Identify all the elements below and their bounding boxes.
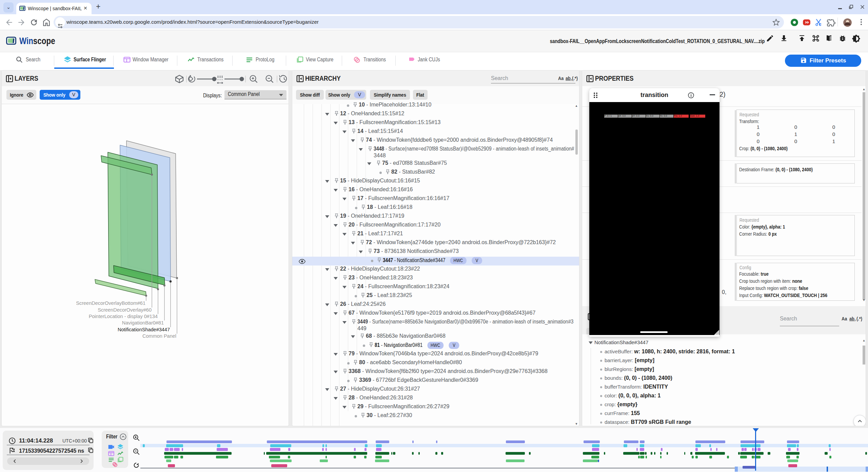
svg-text:ScreenDecorOverlayBottom#61: ScreenDecorOverlayBottom#61 [76, 300, 145, 306]
svg-text:PointerLocation - display 0#13: PointerLocation - display 0#134 [89, 314, 158, 319]
svg-text:Common Panel: Common Panel [142, 333, 176, 339]
svg-text:NotificationShade#3447: NotificationShade#3447 [118, 327, 170, 332]
svg-text:ScreenDecorOverlay#60: ScreenDecorOverlay#60 [98, 307, 152, 313]
svg-text:NavigationBar0#81: NavigationBar0#81 [122, 320, 164, 326]
